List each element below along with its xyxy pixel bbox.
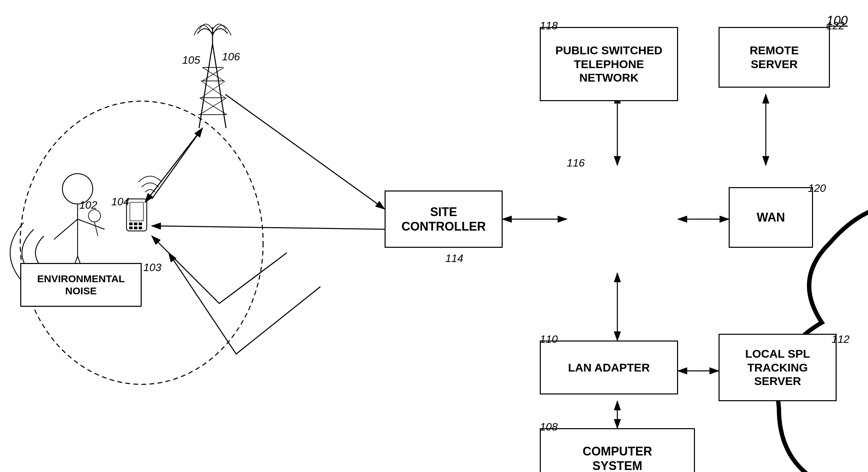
svg-line-32 — [200, 98, 227, 115]
lan-adapter-box: LAN ADAPTER — [540, 341, 678, 394]
ref-103: 103 — [143, 261, 161, 274]
ref-102: 102 — [79, 199, 97, 211]
svg-line-7 — [54, 219, 78, 239]
svg-point-4 — [20, 101, 263, 384]
svg-rect-18 — [129, 227, 133, 229]
ref-104: 104 — [111, 196, 129, 208]
computer-system-box: COMPUTERSYSTEM — [540, 428, 695, 472]
svg-line-12 — [94, 222, 98, 236]
pstn-box: PUBLIC SWITCHEDTELEPHONENETWORK — [540, 27, 678, 101]
ref-122: 122 — [827, 20, 844, 32]
ref-112: 112 — [832, 333, 849, 346]
svg-line-21 — [199, 44, 213, 128]
site-controller-box: SITECONTROLLER — [385, 190, 503, 248]
ref-120: 120 — [808, 182, 826, 195]
svg-line-36 — [225, 94, 385, 209]
svg-line-28 — [202, 67, 224, 81]
ref-108: 108 — [540, 421, 558, 433]
svg-point-11 — [88, 210, 101, 222]
ref-116: 116 — [567, 157, 585, 169]
remote-server-box: REMOTESERVER — [719, 27, 830, 88]
svg-line-34 — [145, 128, 202, 202]
svg-rect-14 — [130, 202, 143, 221]
svg-line-27 — [202, 67, 224, 81]
svg-line-8 — [78, 219, 105, 229]
svg-rect-15 — [129, 223, 133, 225]
gateway-cloud: GATEWAY — [567, 165, 678, 276]
svg-line-37 — [152, 226, 385, 229]
ref-110: 110 — [540, 333, 558, 346]
svg-line-29 — [201, 81, 225, 98]
svg-rect-16 — [134, 223, 137, 225]
svg-line-30 — [201, 81, 225, 98]
ref-105: 105 — [182, 54, 200, 66]
ref-114: 114 — [445, 252, 463, 265]
svg-line-31 — [200, 98, 227, 115]
wan-box: WAN — [729, 187, 813, 248]
ref-118: 118 — [540, 20, 558, 32]
svg-rect-20 — [139, 227, 142, 229]
svg-rect-17 — [139, 223, 142, 225]
env-noise-box: ENVIRONMENTALNOISE — [20, 263, 142, 307]
svg-line-35 — [152, 128, 202, 199]
svg-rect-13 — [127, 199, 147, 231]
ref-106: 106 — [222, 51, 240, 63]
local-spl-box: LOCAL SPLTRACKINGSERVER — [719, 334, 837, 401]
svg-rect-19 — [134, 227, 137, 229]
